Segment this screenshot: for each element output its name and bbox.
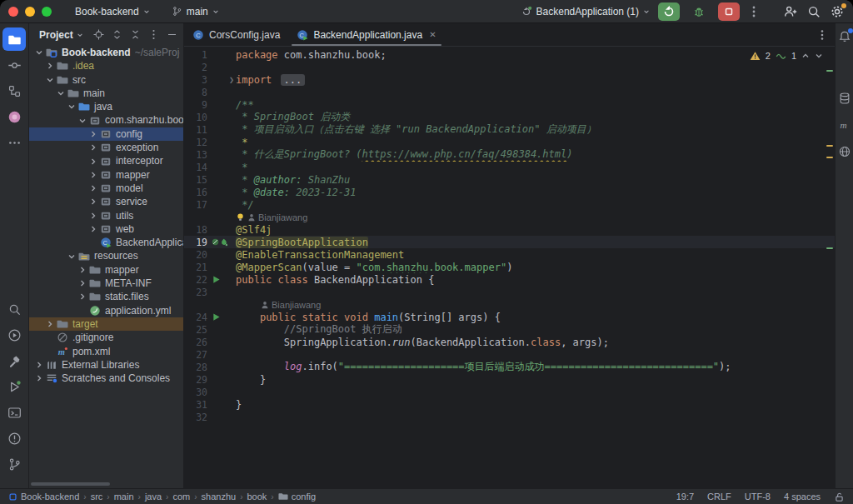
chevron-right-icon[interactable] [34,360,44,370]
next-problem-icon[interactable] [815,52,823,60]
tree-item-resources[interactable]: resources [29,249,183,262]
project-view-selector[interactable]: Project [39,29,83,41]
code-line-27[interactable]: 27 [184,348,835,361]
tab-corsconfig.java[interactable]: CCorsConfig.java [184,23,288,46]
chevron-right-icon[interactable] [77,265,87,275]
breadcrumb-com[interactable]: com [172,492,190,502]
code-line-8[interactable]: 8 [184,86,835,98]
tree-item-model[interactable]: model [29,182,183,195]
code-editor[interactable]: 2 1 1package com.shanzhu.book;23❯import … [184,47,835,488]
tree-item-.gitignore[interactable]: .gitignore [29,331,183,344]
code-line-25[interactable]: 25 //SpringBoot 执行启动 [184,323,835,336]
vcs-widget[interactable]: main [172,6,219,17]
debug-button[interactable] [688,2,710,21]
tree-item-mapper[interactable]: mapper [29,263,183,277]
fold-arrow-icon[interactable]: ❯ [227,75,236,84]
chevron-right-icon[interactable] [88,224,98,234]
tab-options-icon[interactable] [816,28,828,42]
tree-item-interceptor[interactable]: interceptor [29,154,183,167]
chevron-right-icon[interactable] [77,278,87,288]
code-line-19[interactable]: 19@SpringBootApplication [184,236,835,248]
structure-icon[interactable] [2,79,26,102]
inspections-widget[interactable]: 2 1 [750,51,823,61]
code-line-9[interactable]: 9/** [184,98,835,111]
intention-bulb-icon[interactable] [236,212,245,222]
tree-item-web[interactable]: web [29,222,183,236]
gutter-icons[interactable] [209,275,227,284]
tree-item-external-libraries[interactable]: External Libraries [29,358,183,372]
breadcrumb-main[interactable]: main [114,492,134,502]
file-encoding[interactable]: UTF-8 [745,492,771,502]
search-icon[interactable] [2,297,26,321]
terminal-icon[interactable] [2,401,26,424]
code-line-28[interactable]: 28 log.info("====================项目后端启动成… [184,361,835,373]
chevron-right-icon[interactable] [45,319,55,329]
search-icon[interactable] [806,4,821,19]
more-icon[interactable] [2,131,26,154]
tree-item-pom.xml[interactable]: mpom.xml [29,345,183,358]
tree-item-exception[interactable]: exception [29,141,183,154]
code-line-22[interactable]: 22public class BackendApplication { [184,273,835,286]
chevron-right-icon[interactable] [88,157,98,167]
locate-icon[interactable] [92,28,105,41]
code-line-31[interactable]: 31} [184,398,835,411]
breadcrumb-java[interactable]: java [145,492,162,502]
code-line-23[interactable]: 23 [184,286,835,298]
tree-item-book-backend[interactable]: Book-backend~/saleProject/图书管 [29,46,183,59]
code-line-32[interactable]: 32 [184,411,835,423]
chevron-right-icon[interactable] [77,292,87,302]
collapse-all-icon[interactable] [129,28,142,41]
run-icon[interactable] [2,375,26,398]
database-icon[interactable] [838,92,851,105]
stripe-mark-yellow[interactable] [826,145,833,147]
code-line-30[interactable]: 30 [184,386,835,398]
services-icon[interactable] [2,323,26,347]
code-line-20[interactable]: 20@EnableTransactionManagement [184,248,835,261]
code-line-12[interactable]: 12 * [184,136,835,148]
chevron-right-icon[interactable] [88,183,98,193]
problems-icon[interactable] [2,427,26,450]
code-line-1[interactable]: 1package com.shanzhu.book; [184,48,835,61]
code-line-21[interactable]: 21@MapperScan(value = "com.shanzhu.book.… [184,261,835,273]
notifications-icon[interactable] [838,30,851,43]
breadcrumb-book-backend[interactable]: Book-backend [8,492,79,502]
chevron-right-icon[interactable] [88,170,98,180]
add-user-icon[interactable] [783,4,798,19]
tree-item-java[interactable]: java [29,100,183,113]
tree-item-utils[interactable]: utils [29,209,183,222]
tab-backendapplication.java[interactable]: CBackendApplication.java✕ [288,23,444,46]
tree-item-target[interactable]: target [29,317,183,331]
tree-item-mapper[interactable]: mapper [29,168,183,182]
chevron-right-icon[interactable] [88,129,98,139]
tree-item-static.files[interactable]: static.files [29,290,183,303]
code-line-11[interactable]: 11 * 项目启动入口（点击右键 选择 "run BackendApplicat… [184,123,835,136]
chevron-down-icon[interactable] [67,102,77,112]
chevron-down-icon[interactable] [56,88,66,98]
commit-icon[interactable] [2,53,26,77]
code-line-15[interactable]: 15 * @author: ShanZhu [184,173,835,186]
prev-problem-icon[interactable] [801,52,810,60]
indent-style[interactable]: 4 spaces [784,492,821,502]
breadcrumb-book[interactable]: book [247,492,267,502]
settings-button[interactable] [830,4,845,19]
stripe-mark-yellow[interactable] [826,157,833,158]
breadcrumb-config[interactable]: config [278,492,316,502]
code-line-14[interactable]: 14 * [184,161,835,173]
chevron-down-icon[interactable] [67,252,77,262]
close-tab-icon[interactable]: ✕ [429,30,436,39]
stop-button[interactable] [718,2,740,21]
tree-item-service[interactable]: service [29,195,183,208]
code-line-2[interactable]: 2 [184,61,835,73]
code-line-29[interactable]: 29 } [184,373,835,386]
tree-item-src[interactable]: src [29,73,183,87]
tree-item-meta-inf[interactable]: META-INF [29,277,183,290]
breadcrumb-shanzhu[interactable]: shanzhu [202,492,237,502]
code-line-16[interactable]: 16 * @date: 2023-12-31 [184,186,835,198]
chevron-right-icon[interactable] [34,373,44,383]
tree-item-main[interactable]: main [29,87,183,100]
stripe-mark-green[interactable] [826,70,833,72]
code-line-13[interactable]: 13 * 什么是SpringBoot? (https://www.php.cn/… [184,148,835,161]
hide-icon[interactable] [166,28,178,41]
code-vision-hint[interactable]: Bianjiawang [184,211,835,223]
code-line-17[interactable]: 17 */ [184,198,835,211]
